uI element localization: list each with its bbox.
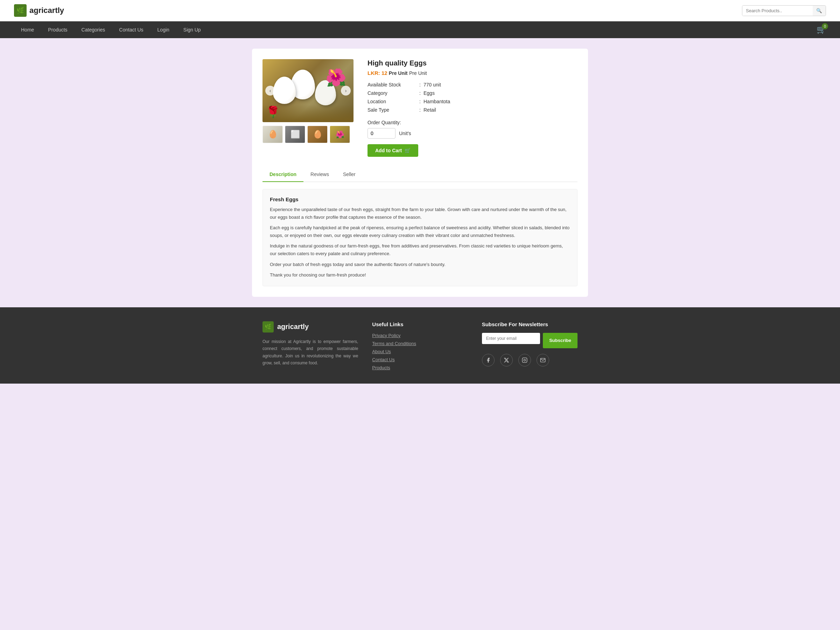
facebook-icon[interactable] [482,354,494,366]
available-stock-label: Available Stock [368,82,417,87]
footer-newsletter: Subscribe For Newsletters Subscribe [482,321,578,373]
product-title: High quality Eggs [368,59,578,67]
add-to-cart-button[interactable]: Add to Cart 🛒 [368,144,418,157]
category-colon: : [417,90,423,96]
nav-home[interactable]: Home [14,21,41,38]
location-label: Location [368,99,417,104]
category-value: Eggs [423,90,578,96]
category-label: Category [368,90,417,96]
logo-text: agricartly [29,6,64,15]
add-cart-label: Add to Cart [375,148,402,153]
footer: 🌿 agricartly Our mission at Agricartly i… [0,307,840,384]
prev-image-button[interactable]: ‹ [265,86,275,96]
flower-decoration-1 [325,68,346,87]
footer-link-about[interactable]: About Us [372,349,467,354]
nav-categories[interactable]: Categories [74,21,112,38]
nav-login[interactable]: Login [150,21,177,38]
cart-button[interactable]: 🛒 0 [816,25,826,34]
svg-rect-0 [522,358,527,362]
product-price: LKR: 12 Pre Unit Pre Unit [368,70,578,76]
nav-products[interactable]: Products [41,21,74,38]
footer-link-privacy[interactable]: Privacy Policy [372,333,467,338]
available-stock-colon: : [417,82,423,87]
price-amount: LKR: 12 Pre Unit [368,70,408,76]
location-colon: : [417,99,423,104]
thumbnail-1[interactable]: 🥚 [262,126,283,143]
x-twitter-icon[interactable] [500,354,513,366]
thumbnail-2[interactable]: ⬜ [285,126,305,143]
thumbnail-4[interactable]: 🌺 [330,126,350,143]
description-section: Fresh Eggs Experience the unparalleled t… [262,189,578,286]
search-input[interactable] [742,6,813,16]
nav-signup[interactable]: Sign Up [177,21,208,38]
tab-reviews[interactable]: Reviews [303,167,336,182]
desc-para-4: Order your batch of fresh eggs today and… [270,261,570,268]
newsletter-row: Subscribe [482,333,578,348]
main-image-bg [262,59,354,122]
footer-grid: 🌿 agricartly Our mission at Agricartly i… [262,321,578,373]
newsletter-input-wrap [482,333,540,348]
detail-location: Location : Hambantota [368,99,578,104]
desc-para-5: Thank you for choosing our farm-fresh pr… [270,271,570,279]
tab-description[interactable]: Description [262,167,303,182]
thumbnail-images: 🥚 ⬜ 🥚 🌺 [262,126,354,143]
logo-area: 🌿 agricartly [14,4,64,17]
footer-mission: Our mission at Agricartly is to empower … [262,338,358,367]
tab-seller[interactable]: Seller [336,167,363,182]
product-tabs: Description Reviews Seller [262,167,578,182]
footer-link-terms[interactable]: Terms and Conditions [372,341,467,346]
detail-category: Category : Eggs [368,90,578,96]
footer-useful-links: Useful Links Privacy Policy Terms and Co… [372,321,467,373]
newsletter-email-input[interactable] [482,333,540,344]
detail-sale-type: Sale Type : Retail [368,107,578,113]
price-unit: Pre Unit [409,70,427,76]
order-quantity-label: Order Quantity: [368,120,578,125]
thumbnail-3[interactable]: 🥚 [307,126,328,143]
search-button[interactable]: 🔍 [813,6,826,16]
desc-para-2: Each egg is carefully handpicked at the … [270,224,570,239]
cart-badge: 0 [822,23,828,29]
desc-para-1: Experience the unparalleled taste of our… [270,206,570,221]
detail-available-stock: Available Stock : 770 unit [368,82,578,87]
newsletter-title: Subscribe For Newsletters [482,321,578,327]
quantity-input-wrapper [368,128,395,139]
product-area: ‹ › 🥚 ⬜ 🥚 🌺 [262,59,578,157]
subscribe-button[interactable]: Subscribe [543,333,578,348]
nav-contact[interactable]: Contact Us [112,21,150,38]
navbar: Home Products Categories Contact Us Logi… [0,21,840,38]
sale-type-value: Retail [423,107,578,113]
flower-decoration-2 [266,105,280,118]
mail-icon[interactable] [537,354,549,366]
description-title: Fresh Eggs [270,196,570,202]
search-area: 🔍 [742,5,826,16]
social-icons [482,354,578,366]
header: 🌿 agricartly 🔍 [0,0,840,21]
sale-type-label: Sale Type [368,107,417,113]
footer-logo-area: 🌿 agricartly [262,321,358,333]
footer-link-contact[interactable]: Contact Us [372,357,467,362]
quantity-stepper[interactable] [371,131,388,136]
footer-link-products[interactable]: Products [372,365,467,370]
units-label: Unit's [399,131,411,136]
product-details: Available Stock : 770 unit Category : Eg… [368,82,578,113]
footer-brand: 🌿 agricartly Our mission at Agricartly i… [262,321,358,373]
nav-links: Home Products Categories Contact Us Logi… [14,21,208,38]
order-section: Order Quantity: Unit's [368,120,578,139]
main-content: ‹ › 🥚 ⬜ 🥚 🌺 [252,49,588,297]
available-stock-value: 770 unit [423,82,578,87]
footer-logo-text: agricartly [277,323,309,331]
location-value: Hambantota [423,99,578,104]
main-product-image: ‹ › [262,59,354,122]
sale-type-colon: : [417,107,423,113]
cart-btn-icon: 🛒 [404,148,411,153]
logo-icon: 🌿 [14,4,27,17]
product-info: High quality Eggs LKR: 12 Pre Unit Pre U… [368,59,578,157]
next-image-button[interactable]: › [341,86,351,96]
product-images: ‹ › 🥚 ⬜ 🥚 🌺 [262,59,354,157]
order-input-row: Unit's [368,128,578,139]
desc-para-3: Indulge in the natural goodness of our f… [270,242,570,257]
instagram-icon[interactable] [518,354,531,366]
footer-links-title: Useful Links [372,321,467,327]
description-text: Experience the unparalleled taste of our… [270,206,570,279]
footer-logo-icon: 🌿 [262,321,274,333]
